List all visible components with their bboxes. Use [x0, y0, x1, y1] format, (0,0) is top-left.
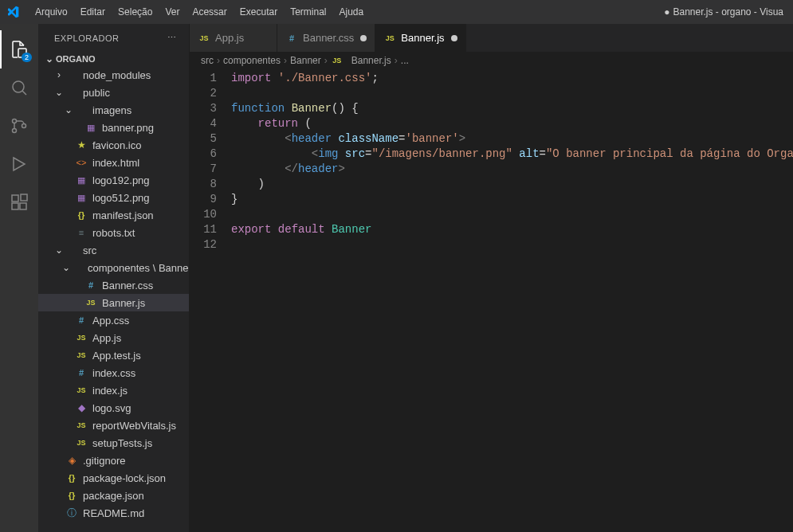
activity-extensions[interactable] — [0, 183, 38, 221]
activity-search[interactable] — [0, 68, 38, 107]
menu-acessar[interactable]: Acessar — [186, 0, 233, 24]
file-app-js[interactable]: JSApp.js — [38, 329, 189, 346]
breadcrumb-item[interactable]: src — [201, 55, 214, 66]
tree-item-label: robots.txt — [92, 227, 135, 239]
svg-point-5 — [22, 124, 26, 128]
line-number: 6 — [190, 147, 217, 162]
folder-src[interactable]: ⌄src — [38, 241, 189, 259]
line-number: 2 — [190, 86, 217, 101]
file-package-json[interactable]: {}package.json — [38, 487, 189, 504]
tab-label: Banner.js — [401, 32, 444, 44]
code-line[interactable] — [231, 237, 793, 252]
folder-node-modules[interactable]: ›node_modules — [38, 66, 189, 84]
svg-icon: ◆ — [75, 401, 88, 414]
file-manifest-json[interactable]: {}manifest.json — [38, 206, 189, 224]
tree-item-label: README.md — [83, 507, 144, 519]
file-robots-txt[interactable]: ≡robots.txt — [38, 224, 189, 241]
code-line[interactable]: <header className='banner'> — [231, 131, 793, 147]
file-logo192-png[interactable]: ▦logo192.png — [38, 171, 189, 189]
code-line[interactable] — [231, 86, 793, 101]
line-number: 11 — [190, 222, 217, 237]
activity-run-debug[interactable] — [0, 145, 38, 183]
tab-label: App.js — [215, 32, 249, 44]
file-setuptests-js[interactable]: JSsetupTests.js — [38, 434, 189, 452]
file-readme-md[interactable]: ⓘREADME.md — [38, 504, 189, 522]
activity-explorer[interactable]: 2 — [0, 30, 38, 68]
menu-ajuda[interactable]: Ajuda — [333, 0, 371, 24]
file-favicon-ico[interactable]: ★favicon.ico — [38, 136, 189, 154]
file-banner-css[interactable]: #Banner.css — [38, 276, 189, 294]
folder-imagens[interactable]: ⌄imagens — [38, 101, 189, 119]
tab-app-js[interactable]: JSApp.js — [190, 24, 277, 52]
breadcrumb-item[interactable]: Banner — [290, 55, 321, 66]
tree-item-label: src — [83, 244, 96, 256]
js-icon: JS — [383, 32, 396, 45]
svg-point-3 — [13, 119, 17, 123]
activity-source-control[interactable] — [0, 107, 38, 145]
code-line[interactable]: function Banner() { — [231, 101, 793, 116]
menu-ver[interactable]: Ver — [159, 0, 186, 24]
menu-executar[interactable]: Executar — [234, 0, 284, 24]
tab-banner-js[interactable]: JSBanner.js — [375, 24, 465, 52]
tree-item-label: Banner.js — [102, 297, 145, 309]
file-banner-png[interactable]: ▦banner.png — [38, 119, 189, 136]
breadcrumb-item[interactable]: componentes — [223, 55, 281, 66]
tree-item-label: manifest.json — [92, 209, 154, 221]
file-app-css[interactable]: #App.css — [38, 311, 189, 329]
code-line[interactable]: ) — [231, 177, 793, 192]
file-logo512-png[interactable]: ▦logo512.png — [38, 189, 189, 206]
breadcrumbs[interactable]: src›componentes›Banner›JSBanner.js›... — [190, 52, 793, 69]
tab-banner-css[interactable]: #Banner.css — [277, 24, 375, 52]
code-line[interactable]: import './Banner.css'; — [231, 71, 793, 86]
line-number: 8 — [190, 177, 217, 192]
dirty-indicator-icon[interactable] — [451, 35, 457, 41]
svg-line-2 — [22, 91, 26, 95]
file-index-js[interactable]: JSindex.js — [38, 381, 189, 399]
menu-editar[interactable]: Editar — [74, 0, 112, 24]
file-logo-svg[interactable]: ◆logo.svg — [38, 399, 189, 417]
tree-item-label: public — [83, 87, 110, 99]
svg-rect-9 — [21, 194, 27, 201]
tree-item-label: node_modules — [83, 69, 151, 81]
code-line[interactable]: export default Banner — [231, 222, 793, 237]
menu-terminal[interactable]: Terminal — [284, 0, 332, 24]
file-reportwebvitals-js[interactable]: JSreportWebVitals.js — [38, 417, 189, 434]
editor-content[interactable]: 123456789101112 import './Banner.css';fu… — [190, 69, 793, 532]
txt-icon: ≡ — [75, 226, 88, 239]
folder-public[interactable]: ⌄public — [38, 84, 189, 101]
breadcrumb-item[interactable]: Banner.js — [351, 55, 391, 66]
tree-item-label: imagens — [92, 104, 132, 116]
svg-rect-8 — [20, 203, 26, 209]
file-index-css[interactable]: #index.css — [38, 364, 189, 381]
sidebar: EXPLORADOR ⋯ ⌄ ORGANO ›node_modules⌄publ… — [38, 24, 190, 532]
file-banner-js[interactable]: JSBanner.js — [38, 294, 189, 311]
tree-item-label: componentes \ Banner — [88, 262, 189, 274]
folder-icon — [75, 104, 88, 116]
js-icon: JS — [75, 331, 88, 344]
code-line[interactable]: <img src="/imagens/banner.png" alt="O ba… — [231, 147, 793, 162]
line-number: 12 — [190, 237, 217, 252]
menu-arquivo[interactable]: Arquivo — [29, 0, 74, 24]
sidebar-more-icon[interactable]: ⋯ — [167, 33, 177, 43]
line-number: 5 — [190, 131, 217, 147]
code-area[interactable]: import './Banner.css';function Banner() … — [231, 69, 793, 532]
breadcrumb-item[interactable]: ... — [401, 55, 409, 66]
js-icon: JS — [75, 436, 88, 449]
file-app-test-js[interactable]: JSApp.test.js — [38, 346, 189, 364]
line-number: 10 — [190, 207, 217, 222]
code-line[interactable]: } — [231, 192, 793, 207]
code-line[interactable]: return ( — [231, 116, 793, 131]
code-line[interactable] — [231, 207, 793, 222]
menu-seleção[interactable]: Seleção — [112, 0, 159, 24]
code-line[interactable]: </header> — [231, 162, 793, 177]
folder-componentes-banner[interactable]: ⌄componentes \ Banner — [38, 259, 189, 276]
chevron-icon: ⌄ — [62, 104, 75, 115]
file-package-lock-json[interactable]: {}package-lock.json — [38, 469, 189, 487]
file--gitignore[interactable]: ◈.gitignore — [38, 452, 189, 469]
img-icon: ▦ — [75, 191, 88, 204]
file-index-html[interactable]: <>index.html — [38, 154, 189, 171]
project-header[interactable]: ⌄ ORGANO — [38, 52, 189, 66]
tree-item-label: .gitignore — [83, 455, 125, 467]
dirty-indicator-icon[interactable] — [360, 35, 367, 41]
line-number: 3 — [190, 101, 217, 116]
